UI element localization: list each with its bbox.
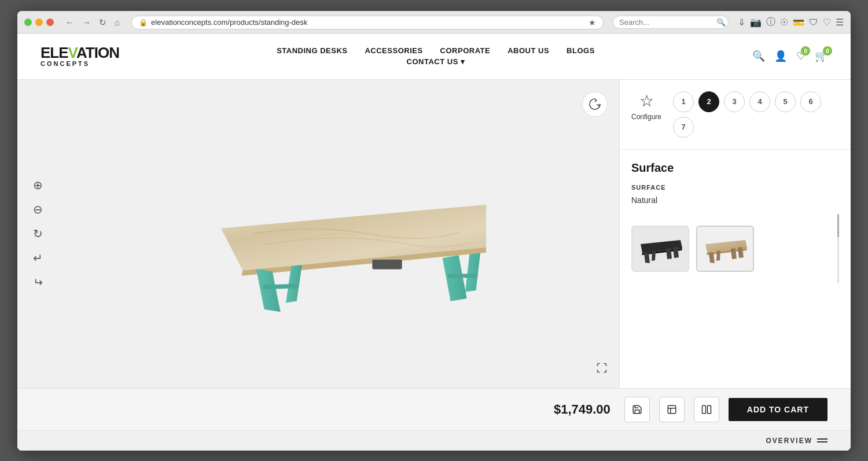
redo-button[interactable]: ↵ [29, 249, 46, 267]
config-panel: ☆ Configure 1 2 3 4 5 6 7 [619, 80, 851, 388]
cart-button[interactable]: 🛒 0 [815, 50, 827, 62]
wishlist-badge: 0 [801, 46, 810, 56]
svg-rect-7 [448, 274, 477, 278]
scroll-thumb [837, 214, 839, 237]
viewer-container[interactable]: ⊕ ⊖ ↻ ↵ ↵ [17, 80, 619, 388]
bookmark-button[interactable]: ★ [589, 18, 596, 27]
wallet-icon[interactable]: 💳 [793, 17, 804, 28]
location-icon[interactable]: ☉ [780, 17, 788, 28]
traffic-lights [24, 19, 54, 26]
configure-wrap: ☆ Configure [631, 91, 661, 121]
step-2[interactable]: 2 [698, 91, 719, 112]
heart-icon[interactable]: ♡ [823, 17, 831, 28]
browser-nav: ← → ↻ ⌂ [63, 16, 122, 29]
svg-marker-2 [256, 269, 281, 312]
main-nav: STANDING DESKS ACCESSORIES CORPORATE ABO… [277, 46, 595, 66]
desk-illustration [150, 153, 486, 315]
search-button[interactable]: 🔍 [752, 50, 765, 62]
step-6[interactable]: 6 [800, 91, 821, 112]
svg-rect-23 [707, 405, 711, 414]
configure-label: Configure [631, 113, 661, 121]
surface-option-dark[interactable] [631, 226, 689, 272]
address-bar-wrap: 🔒 ★ [131, 16, 604, 29]
logo[interactable]: ELEVATION CONCEPTS [41, 45, 119, 67]
nav-about-us[interactable]: ABOUT US [507, 46, 549, 55]
undo-button[interactable]: ↵ [29, 274, 46, 291]
config-scrollbar[interactable] [837, 214, 839, 283]
dropdown-arrow-icon: ▾ [461, 57, 465, 66]
compare-button[interactable] [694, 397, 719, 422]
step-4[interactable]: 4 [749, 91, 770, 112]
traffic-light-red[interactable] [46, 19, 54, 26]
nav-contact-us[interactable]: CONTACT US ▾ [407, 57, 465, 66]
address-input[interactable] [151, 18, 589, 27]
viewer-controls: ⊕ ⊖ ↻ ↵ ↵ [29, 176, 46, 291]
account-button[interactable]: 👤 [774, 50, 787, 62]
download-icon[interactable]: ⇓ [738, 17, 745, 28]
step-1[interactable]: 1 [673, 91, 694, 112]
step-5[interactable]: 5 [775, 91, 796, 112]
rotate-button[interactable]: ↻ [29, 225, 46, 242]
browser-window: ← → ↻ ⌂ 🔒 ★ 🔍 ⇓ 📷 ⓘ ☉ 💳 🛡 ♡ ☰ [17, 11, 851, 451]
overview-text: OVERVIEW [766, 437, 827, 445]
save-button[interactable] [624, 397, 650, 422]
search-bar-wrap: 🔍 [613, 16, 729, 29]
config-content: Surface SURFACE Natural [620, 150, 851, 388]
forward-button[interactable]: → [80, 16, 93, 28]
surface-options [631, 214, 839, 283]
header-actions: 🔍 👤 ♡ 0 🛒 0 [752, 50, 827, 62]
nav-standing-desks[interactable]: STANDING DESKS [277, 46, 347, 55]
traffic-light-green[interactable] [24, 19, 32, 26]
home-button[interactable]: ⌂ [112, 16, 122, 28]
nav-row2: CONTACT US ▾ [407, 57, 465, 66]
reload-button[interactable]: ↻ [97, 16, 109, 29]
site-header: ELEVATION CONCEPTS STANDING DESKS ACCESS… [17, 34, 851, 80]
overview-bar: OVERVIEW [17, 430, 851, 451]
surface-value: Natural [631, 196, 839, 205]
traffic-light-yellow[interactable] [35, 19, 43, 26]
nav-row1: STANDING DESKS ACCESSORIES CORPORATE ABO… [277, 46, 595, 55]
view360-button[interactable] [582, 91, 608, 117]
overview-lines-icon [817, 438, 827, 442]
website: ELEVATION CONCEPTS STANDING DESKS ACCESS… [17, 34, 851, 451]
nav-corporate[interactable]: CORPORATE [440, 46, 491, 55]
configure-star-button[interactable]: ☆ [639, 91, 654, 110]
nav-accessories[interactable]: ACCESSORIES [365, 46, 422, 55]
product-bottom-bar: $1,749.00 [17, 388, 851, 430]
surface-option-natural[interactable] [696, 226, 754, 272]
browser-actions: ⇓ 📷 ⓘ ☉ 💳 🛡 ♡ ☰ [738, 16, 844, 28]
product-viewer-row: ⊕ ⊖ ↻ ↵ ↵ [17, 80, 851, 388]
browser-search-button[interactable]: 🔍 [716, 18, 726, 27]
svg-marker-12 [652, 250, 656, 261]
product-area: ⊕ ⊖ ↻ ↵ ↵ [17, 80, 851, 451]
logo-text: ELEVATION [41, 45, 119, 60]
config-step-title: Surface [631, 161, 839, 175]
browser-search-input[interactable] [619, 18, 716, 27]
price-display: $1,749.00 [554, 402, 610, 417]
camera-icon[interactable]: 📷 [750, 17, 762, 28]
cart-badge: 0 [823, 46, 832, 56]
shield-icon[interactable]: 🛡 [809, 17, 818, 28]
wishlist-button[interactable]: ♡ 0 [796, 50, 806, 62]
lock-icon: 🔒 [139, 19, 148, 27]
menu-icon[interactable]: ☰ [836, 17, 844, 28]
back-button[interactable]: ← [63, 16, 76, 28]
svg-rect-8 [372, 260, 402, 270]
config-top: ☆ Configure 1 2 3 4 5 6 7 [620, 80, 851, 150]
svg-rect-21 [668, 405, 676, 414]
nav-blogs[interactable]: BLOGS [567, 46, 595, 55]
surface-option-natural-inner [697, 227, 753, 271]
surface-option-dark-inner [632, 227, 688, 271]
svg-marker-18 [716, 250, 720, 261]
step-numbers: 1 2 3 4 5 6 7 [673, 91, 839, 138]
step-3[interactable]: 3 [724, 91, 745, 112]
add-to-cart-button[interactable]: ADD TO CART [729, 398, 827, 421]
info-icon[interactable]: ⓘ [766, 16, 775, 28]
zoom-in-button[interactable]: ⊕ [29, 176, 46, 194]
svg-marker-5 [443, 255, 467, 301]
share-button[interactable] [659, 397, 685, 422]
step-7[interactable]: 7 [673, 117, 694, 138]
fullscreen-button[interactable] [596, 362, 608, 377]
zoom-out-button[interactable]: ⊖ [29, 201, 46, 218]
svg-marker-6 [465, 253, 480, 292]
